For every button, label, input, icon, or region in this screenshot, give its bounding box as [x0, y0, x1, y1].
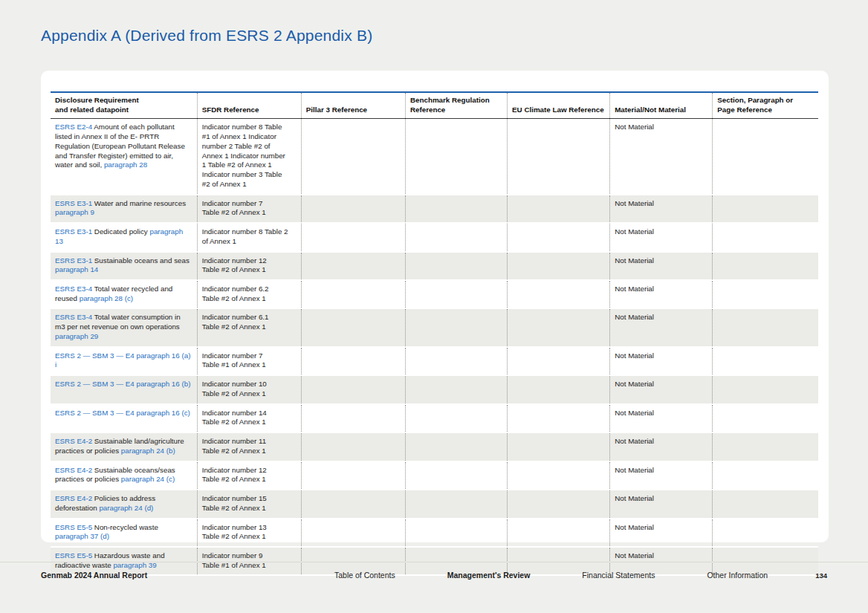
esrs-reference-link[interactable]: ESRS E4-2	[55, 466, 92, 474]
eu-climate-law-cell	[508, 308, 610, 346]
eu-climate-law-cell	[508, 280, 610, 308]
esrs-reference-link[interactable]: paragraph 24 (d)	[99, 504, 153, 512]
column-header: Material/Not Material	[610, 92, 713, 119]
footer-nav-table-of-contents[interactable]: Table of Contents	[334, 571, 395, 580]
table-row: ESRS E3-1 Dedicated policy paragraph 13I…	[51, 223, 818, 251]
esrs-reference-link[interactable]: ESRS 2 — SBM 3 — E4	[55, 380, 136, 388]
disclosure-requirement-cell: ESRS 2 — SBM 3 — E4 paragraph 16 (a) i	[51, 347, 197, 375]
sfdr-reference-cell: Indicator number 11 Table #2 of Annex 1	[197, 432, 301, 461]
table-row: ESRS E3-1 Water and marine resources par…	[51, 195, 818, 223]
esrs-reference-link[interactable]: ESRS 2 — SBM 3 — E4	[55, 409, 136, 417]
column-header: Section, Paragraph orPage Reference	[713, 92, 818, 119]
esrs-reference-link[interactable]: paragraph 16 (c)	[136, 409, 190, 417]
esrs-reference-link[interactable]: ESRS E5-5	[55, 523, 92, 531]
esrs-reference-link[interactable]: ESRS E3-4	[55, 285, 92, 293]
benchmark-regulation-cell	[405, 461, 507, 490]
esrs-reference-link[interactable]: ESRS E3-1	[55, 256, 92, 265]
sfdr-reference-cell: Indicator number 8 Table 2 of Annex 1	[197, 223, 301, 251]
page-title: Appendix A (Derived from ESRS 2 Appendix…	[41, 27, 372, 45]
footer-report-title: Genmab 2024 Annual Report	[41, 571, 147, 580]
disclosure-requirement-cell: ESRS E5-5 Non-recycled waste paragraph 3…	[51, 519, 197, 547]
esrs-reference-link[interactable]: ESRS E3-1	[55, 199, 92, 207]
section-reference-cell	[713, 195, 818, 223]
section-reference-cell	[713, 252, 818, 280]
eu-climate-law-cell	[508, 461, 610, 490]
footer-nav-management-s-review[interactable]: Management's Review	[447, 571, 531, 580]
footer-nav: Table of ContentsManagement's ReviewFina…	[334, 571, 768, 580]
disclosure-requirement-cell: ESRS E2-4 Amount of each pollutant liste…	[51, 119, 197, 195]
esrs-reference-link[interactable]: paragraph 16 (b)	[136, 380, 190, 388]
section-reference-cell	[713, 519, 818, 547]
disclosure-requirement-cell: ESRS E3-1 Dedicated policy paragraph 13	[51, 223, 197, 251]
material-cell: Not Material	[610, 252, 713, 280]
material-cell: Not Material	[610, 490, 713, 518]
esrs-reference-link[interactable]: paragraph 24 (c)	[121, 475, 175, 483]
pillar3-reference-cell	[301, 119, 405, 195]
eu-climate-law-cell	[508, 252, 610, 280]
disclosure-text: Dedicated policy	[92, 227, 149, 236]
footer-nav-other-information[interactable]: Other Information	[707, 571, 768, 580]
benchmark-regulation-cell	[405, 432, 507, 461]
section-reference-cell	[713, 461, 818, 490]
esrs-reference-link[interactable]: paragraph 9	[55, 208, 94, 216]
table-row: ESRS E4-2 Sustainable oceans/seas practi…	[51, 461, 818, 490]
material-cell: Not Material	[610, 119, 713, 195]
section-reference-cell	[713, 119, 818, 195]
esrs-reference-link[interactable]: ESRS E4-2	[55, 494, 92, 502]
esrs-reference-link[interactable]: paragraph 29	[55, 332, 98, 340]
pillar3-reference-cell	[301, 461, 405, 490]
benchmark-regulation-cell	[405, 404, 507, 432]
pillar3-reference-cell	[301, 519, 405, 547]
disclosure-table: Disclosure Requirementand related datapo…	[51, 91, 818, 576]
esrs-reference-link[interactable]: ESRS E3-4	[55, 313, 92, 321]
table-row: ESRS E3-1 Sustainable oceans and seas pa…	[51, 252, 818, 280]
disclosure-requirement-cell: ESRS E4-2 Sustainable oceans/seas practi…	[51, 461, 197, 490]
sfdr-reference-cell: Indicator number 12 Table #2 of Annex 1	[197, 461, 301, 490]
sfdr-reference-cell: Indicator number 13 Table #2 of Annex 1	[197, 519, 301, 547]
benchmark-regulation-cell	[405, 490, 507, 518]
esrs-reference-link[interactable]: paragraph 37 (d)	[55, 532, 109, 540]
pillar3-reference-cell	[301, 280, 405, 308]
esrs-reference-link[interactable]: ESRS E2-4	[55, 123, 92, 131]
section-reference-cell	[713, 404, 818, 432]
sfdr-reference-cell: Indicator number 10 Table #2 of Annex 1	[197, 375, 301, 403]
column-header: SFDR Reference	[197, 92, 301, 119]
material-cell: Not Material	[610, 519, 713, 547]
table-row: ESRS 2 — SBM 3 — E4 paragraph 16 (b)Indi…	[51, 375, 818, 403]
esrs-reference-link[interactable]: ESRS E4-2	[55, 437, 92, 445]
column-header: Benchmark RegulationReference	[405, 92, 507, 119]
benchmark-regulation-cell	[405, 308, 507, 346]
eu-climate-law-cell	[508, 119, 610, 195]
column-header: Pillar 3 Reference	[301, 92, 405, 119]
esrs-reference-link[interactable]: paragraph 14	[55, 265, 98, 273]
material-cell: Not Material	[610, 308, 713, 346]
esrs-reference-link[interactable]: ESRS E5-5	[55, 551, 92, 560]
pillar3-reference-cell	[301, 404, 405, 432]
eu-climate-law-cell	[508, 223, 610, 251]
pillar3-reference-cell	[301, 375, 405, 403]
disclosure-text: Non-recycled waste	[92, 523, 158, 531]
disclosure-text: Water and marine resources	[92, 199, 186, 207]
eu-climate-law-cell	[508, 347, 610, 375]
disclosure-requirement-cell: ESRS E3-4 Total water recycled and reuse…	[51, 280, 197, 308]
footer-nav-financial-statements[interactable]: Financial Statements	[582, 571, 655, 580]
eu-climate-law-cell	[508, 375, 610, 403]
sfdr-reference-cell: Indicator number 14 Table #2 of Annex 1	[197, 404, 301, 432]
table-row: ESRS E5-5 Non-recycled waste paragraph 3…	[51, 519, 818, 547]
pillar3-reference-cell	[301, 432, 405, 461]
esrs-reference-link[interactable]: paragraph 24 (b)	[121, 447, 175, 455]
esrs-reference-link[interactable]: ESRS E3-1	[55, 227, 92, 236]
section-reference-cell	[713, 223, 818, 251]
sfdr-reference-cell: Indicator number 15 Table #2 of Annex 1	[197, 490, 301, 518]
esrs-reference-link[interactable]: ESRS 2 — SBM 3 — E4	[55, 351, 136, 360]
material-cell: Not Material	[610, 195, 713, 223]
benchmark-regulation-cell	[405, 280, 507, 308]
esrs-reference-link[interactable]: paragraph 28 (c)	[80, 294, 133, 302]
section-reference-cell	[713, 490, 818, 518]
disclosure-requirement-cell: ESRS E3-4 Total water consumption in m3 …	[51, 308, 197, 346]
material-cell: Not Material	[610, 404, 713, 432]
benchmark-regulation-cell	[405, 252, 507, 280]
esrs-reference-link[interactable]: paragraph 28	[104, 160, 147, 169]
footer-divider	[0, 562, 868, 562]
sfdr-reference-cell: Indicator number 12 Table #2 of Annex 1	[197, 252, 301, 280]
